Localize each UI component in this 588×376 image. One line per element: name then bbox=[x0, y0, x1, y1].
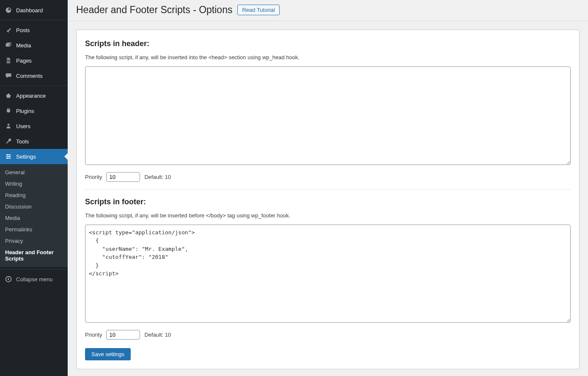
sidebar-item-pages[interactable]: Pages bbox=[0, 53, 68, 68]
sidebar-item-settings[interactable]: Settings bbox=[0, 149, 68, 164]
header-scripts-desc: The following script, if any, will be in… bbox=[85, 54, 571, 60]
priority-label: Priority bbox=[85, 332, 102, 338]
header-scripts-textarea[interactable] bbox=[85, 66, 571, 165]
sidebar-item-users[interactable]: Users bbox=[0, 118, 68, 134]
section-divider bbox=[85, 189, 571, 190]
sidebar-item-label: Dashboard bbox=[16, 7, 43, 14]
comments-icon bbox=[4, 71, 13, 80]
svg-point-1 bbox=[8, 124, 10, 126]
tools-icon bbox=[4, 137, 13, 145]
submenu-item-header-footer-scripts[interactable]: Header and Footer Scripts bbox=[0, 247, 68, 264]
header-priority-row: Priority Default: 10 bbox=[85, 172, 571, 182]
users-icon bbox=[4, 122, 13, 130]
svg-point-7 bbox=[7, 157, 8, 159]
header-priority-input[interactable] bbox=[106, 172, 140, 182]
plugins-icon bbox=[4, 107, 13, 115]
sidebar-item-comments[interactable]: Comments bbox=[0, 68, 68, 83]
pages-icon bbox=[4, 56, 13, 65]
priority-default: Default: 10 bbox=[144, 174, 171, 180]
sidebar-item-label: Settings bbox=[16, 154, 36, 160]
svg-point-5 bbox=[7, 154, 8, 155]
footer-priority-row: Priority Default: 10 bbox=[85, 330, 571, 340]
read-tutorial-button[interactable]: Read Tutorial bbox=[237, 5, 279, 15]
sidebar-item-label: Plugins bbox=[16, 108, 34, 114]
settings-icon bbox=[4, 152, 13, 161]
main-content: Header and Footer Scripts - Options Read… bbox=[68, 0, 588, 376]
sidebar-item-label: Users bbox=[16, 123, 30, 129]
submenu-item-reading[interactable]: Reading bbox=[0, 189, 68, 201]
footer-priority-input[interactable] bbox=[106, 330, 140, 340]
sidebar-item-label: Appearance bbox=[16, 93, 46, 99]
settings-card: Scripts in header: The following script,… bbox=[76, 30, 580, 369]
dashboard-icon bbox=[4, 6, 13, 14]
sidebar-item-dashboard[interactable]: Dashboard bbox=[0, 3, 68, 18]
sidebar-item-tools[interactable]: Tools bbox=[0, 134, 68, 149]
sidebar-item-label: Media bbox=[16, 42, 31, 49]
sidebar-item-label: Posts bbox=[16, 27, 30, 33]
footer-scripts-title: Scripts in footer: bbox=[85, 198, 571, 206]
priority-default: Default: 10 bbox=[144, 332, 171, 338]
sidebar-item-media[interactable]: Media bbox=[0, 38, 68, 53]
submenu-item-discussion[interactable]: Discussion bbox=[0, 201, 68, 212]
sidebar-item-plugins[interactable]: Plugins bbox=[0, 103, 68, 118]
sidebar-item-appearance[interactable]: Appearance bbox=[0, 88, 68, 103]
collapse-icon bbox=[4, 275, 13, 283]
submenu-item-writing[interactable]: Writing bbox=[0, 178, 68, 189]
priority-label: Priority bbox=[85, 174, 102, 180]
submenu-item-privacy[interactable]: Privacy bbox=[0, 235, 68, 247]
appearance-icon bbox=[4, 91, 13, 100]
svg-point-0 bbox=[7, 44, 8, 45]
sidebar-item-label: Tools bbox=[16, 138, 29, 145]
media-icon bbox=[4, 41, 13, 49]
page-header: Header and Footer Scripts - Options Read… bbox=[68, 0, 588, 21]
submenu-item-permalinks[interactable]: Permalinks bbox=[0, 224, 68, 235]
sidebar-item-label: Pages bbox=[16, 58, 32, 64]
footer-scripts-textarea[interactable] bbox=[85, 225, 571, 323]
save-settings-button[interactable]: Save settings bbox=[85, 348, 131, 360]
header-scripts-title: Scripts in header: bbox=[85, 39, 571, 48]
svg-point-6 bbox=[9, 156, 10, 157]
submenu-item-general[interactable]: General bbox=[0, 167, 68, 178]
pin-icon bbox=[4, 26, 13, 34]
admin-sidebar: Dashboard Posts Media Pages Comments App… bbox=[0, 0, 68, 376]
submenu-item-media[interactable]: Media bbox=[0, 212, 68, 224]
settings-submenu: General Writing Reading Discussion Media… bbox=[0, 164, 68, 267]
collapse-label: Collapse menu bbox=[16, 276, 53, 283]
sidebar-item-label: Comments bbox=[16, 73, 43, 79]
collapse-menu[interactable]: Collapse menu bbox=[0, 272, 68, 287]
footer-scripts-desc: The following script, if any, will be in… bbox=[85, 212, 571, 219]
sidebar-item-posts[interactable]: Posts bbox=[0, 22, 68, 38]
page-title: Header and Footer Scripts - Options bbox=[76, 4, 232, 16]
